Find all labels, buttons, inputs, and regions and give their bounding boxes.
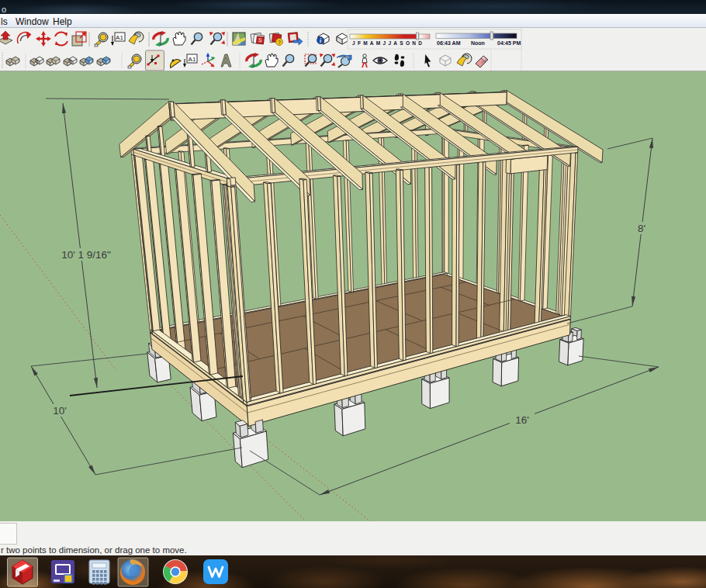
svg-text:10' 1 9/16": 10' 1 9/16" xyxy=(61,249,111,261)
svg-text:16': 16' xyxy=(515,414,529,426)
svg-text:04:45 PM: 04:45 PM xyxy=(497,40,521,46)
svg-text:A1: A1 xyxy=(116,34,123,41)
svg-text:?: ? xyxy=(278,40,281,45)
svg-text:06:43 AM: 06:43 AM xyxy=(437,40,461,46)
svg-text:JFMAMJJASOND: JFMAMJJASOND xyxy=(352,40,425,46)
svg-text:8': 8' xyxy=(638,223,645,234)
svg-text:Noon: Noon xyxy=(471,40,485,46)
svg-text:A1: A1 xyxy=(189,56,196,63)
svg-text:10': 10' xyxy=(53,405,67,417)
